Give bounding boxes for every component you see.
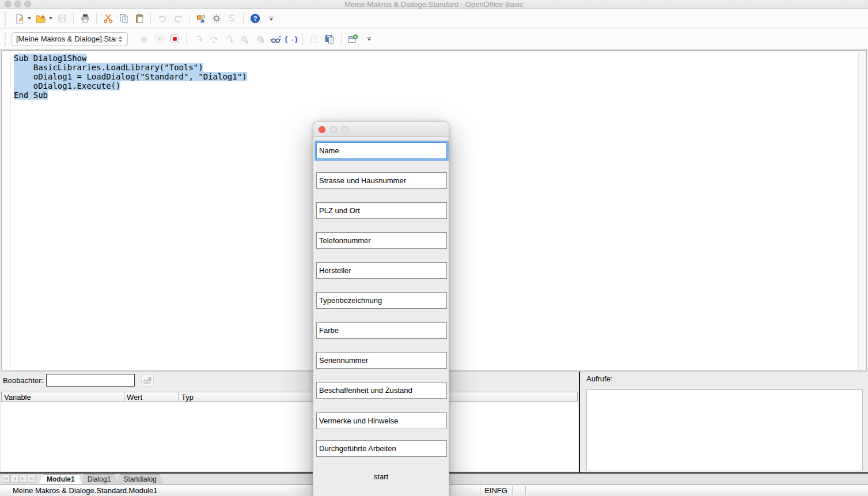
dialog-field-typ[interactable] xyxy=(316,292,447,309)
close-window-icon[interactable] xyxy=(5,1,12,7)
watch-column-wert[interactable]: Wert xyxy=(124,392,179,402)
step-out-icon xyxy=(224,34,234,44)
open-dropdown-icon[interactable] xyxy=(49,17,52,20)
library-selector[interactable]: [Meine Makros & Dialoge].Standard xyxy=(12,32,128,46)
tab-dialog1[interactable]: Dialog1 xyxy=(80,474,119,484)
dialog-close-icon[interactable] xyxy=(319,126,325,133)
watch-icon xyxy=(270,34,282,44)
copy-button[interactable] xyxy=(116,11,131,26)
paste-icon xyxy=(134,13,145,24)
dialog-field-hersteller[interactable] xyxy=(316,262,447,279)
redo-icon xyxy=(173,13,183,24)
start-button[interactable]: start xyxy=(313,472,449,481)
code-line: oDialog1 = LoadDialog("Standard", "Dialo… xyxy=(14,72,247,81)
run-icon xyxy=(154,33,165,44)
maximize-window-icon[interactable] xyxy=(24,1,31,7)
save-source-button[interactable] xyxy=(323,32,337,47)
settings-icon xyxy=(211,13,222,24)
window-titlebar[interactable]: Meine Makros & Dialoge.Standard - OpenOf… xyxy=(0,0,868,9)
toolbar-separator xyxy=(243,13,244,24)
compile-button xyxy=(137,32,151,47)
macro-button xyxy=(225,11,239,26)
manage-breakpoints-icon xyxy=(255,34,266,44)
first-tab-icon xyxy=(2,475,10,483)
stop-icon xyxy=(169,33,180,44)
editor-scrollbar[interactable] xyxy=(858,51,866,370)
calls-list[interactable] xyxy=(586,389,863,471)
toolbar-separator xyxy=(302,33,303,45)
watch-table-body[interactable] xyxy=(1,402,578,471)
tab-startdialog[interactable]: Startdialog xyxy=(116,474,164,484)
code-line: BasicLibraries.LoadLibrary("Tools") xyxy=(14,63,203,72)
watch-panel: Beobachter: Variable Wert Typ xyxy=(0,372,579,472)
dialog-maximize-icon[interactable] xyxy=(342,126,348,133)
cut-button[interactable] xyxy=(101,11,115,26)
dialog-field-telefon[interactable] xyxy=(316,232,447,249)
watch-table-header[interactable]: Variable Wert Typ xyxy=(1,392,578,402)
watch-column-variable[interactable]: Variable xyxy=(2,392,124,402)
last-tab-icon xyxy=(28,475,36,483)
navigator-button[interactable] xyxy=(194,11,208,26)
breakpoint-gutter[interactable] xyxy=(2,51,10,370)
next-tab-icon xyxy=(19,475,27,483)
toolbar-separator xyxy=(341,33,342,45)
toolbar-separator xyxy=(186,33,187,45)
step-out-button xyxy=(222,32,236,47)
cut-icon xyxy=(103,13,113,24)
help-icon: ? xyxy=(250,13,260,24)
goto-line-button[interactable]: (→) xyxy=(284,32,298,47)
dialog-field-arbeiten[interactable] xyxy=(316,440,447,457)
minimize-window-icon[interactable] xyxy=(14,1,21,7)
tab-module1[interactable]: Module1 xyxy=(39,474,82,484)
dialog-minimize-icon[interactable] xyxy=(330,126,337,133)
toolbar-overflow-button[interactable] xyxy=(365,37,373,41)
toolbar-separator xyxy=(96,13,97,24)
stop-button[interactable] xyxy=(168,32,182,47)
watch-input[interactable] xyxy=(46,374,135,387)
runtime-dialog: start xyxy=(313,121,449,496)
run-button xyxy=(152,32,166,47)
settings-button[interactable] xyxy=(209,11,223,26)
basic-ide-window: { "window": { "title": "Meine Makros & D… xyxy=(0,0,868,496)
macro-toolbar: [Meine Makros & Dialoge].Standard (→) xyxy=(0,29,868,50)
save-source-icon xyxy=(324,34,335,44)
new-module-icon xyxy=(347,34,358,44)
new-document-button[interactable] xyxy=(12,11,26,26)
breakpoint-icon xyxy=(240,34,250,44)
code-text[interactable]: Sub Dialog1Show BasicLibraries.LoadLibra… xyxy=(14,54,247,100)
status-location: Meine Makros & Dialoge.Standard.Module1 xyxy=(13,486,157,495)
dialog-field-vermerke[interactable] xyxy=(316,412,447,429)
new-dropdown-icon[interactable] xyxy=(28,17,31,20)
step-into-icon xyxy=(193,34,203,44)
toolbar-grip[interactable] xyxy=(5,32,7,46)
open-button[interactable] xyxy=(33,11,48,26)
modules-button xyxy=(307,32,321,47)
status-divider xyxy=(525,486,526,495)
open-icon xyxy=(35,13,46,24)
help-button[interactable]: ? xyxy=(248,11,262,26)
dialog-field-seriennummer[interactable] xyxy=(316,352,447,369)
dialog-field-farbe[interactable] xyxy=(316,322,447,339)
undo-button xyxy=(155,11,169,26)
dialog-field-name[interactable] xyxy=(316,142,447,159)
dialog-field-plz-ort[interactable] xyxy=(316,202,447,219)
step-over-icon xyxy=(209,34,219,44)
toolbar-separator xyxy=(189,13,189,24)
calls-panel: Aufrufe: xyxy=(580,372,868,472)
toolbar-overflow-button[interactable] xyxy=(267,17,275,21)
new-module-button[interactable] xyxy=(346,32,360,47)
paste-button[interactable] xyxy=(132,11,146,26)
navigator-icon xyxy=(196,13,206,24)
calls-label: Aufrufe: xyxy=(586,374,613,383)
dialog-titlebar[interactable] xyxy=(313,122,449,137)
dialog-field-beschaffenheit[interactable] xyxy=(316,382,447,399)
library-selector-stepper-icon[interactable] xyxy=(116,35,124,43)
enable-watch-button[interactable] xyxy=(268,32,283,47)
svg-text:?: ? xyxy=(253,15,257,22)
print-button[interactable] xyxy=(78,11,92,26)
toolbar-grip[interactable] xyxy=(5,12,7,25)
standard-toolbar: ? xyxy=(0,9,868,28)
dialog-field-strasse[interactable] xyxy=(316,172,447,189)
watch-label: Beobachter: xyxy=(3,376,43,385)
status-insert-mode[interactable]: EINFG xyxy=(480,486,511,495)
